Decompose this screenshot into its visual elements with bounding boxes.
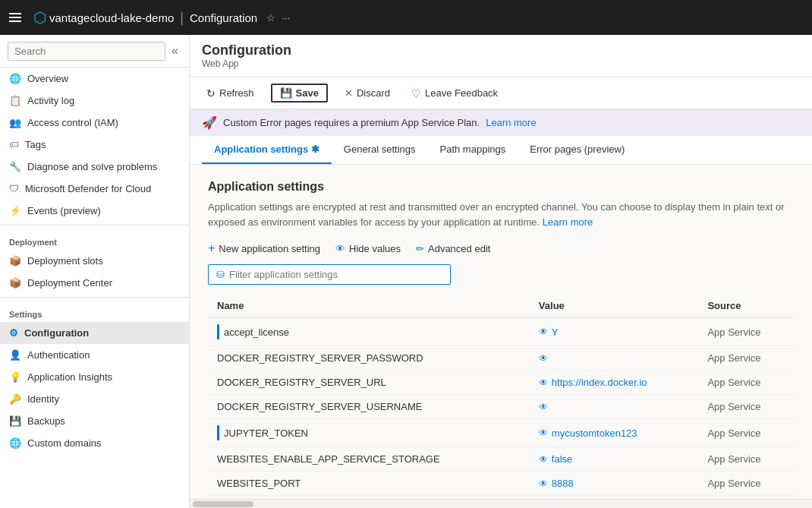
sidebar-item-tags[interactable]: 🏷 Tags	[0, 134, 189, 156]
cell-name: DOCKER_REGISTRY_SERVER_USERNAME	[208, 395, 530, 419]
tab-application-settings[interactable]: Application settings ✱	[202, 136, 332, 164]
sidebar-item-backups[interactable]: 💾 Backups	[0, 410, 189, 432]
source-text: App Service	[707, 377, 760, 388]
search-input[interactable]	[8, 42, 165, 61]
deployment-center-icon: 📦	[9, 277, 21, 289]
star-icon[interactable]: ☆	[266, 12, 275, 24]
sidebar-item-diagnose[interactable]: 🔧 Diagnose and solve problems	[0, 156, 189, 178]
col-header-value: Value	[530, 294, 699, 318]
cell-name: WEBSITES_PORT	[208, 472, 530, 496]
tab-path-mappings[interactable]: Path mappings	[428, 136, 518, 164]
cell-source: App Service	[698, 447, 794, 472]
banner-icon: 🚀	[202, 115, 217, 130]
filter-icon: ⛁	[216, 269, 225, 280]
col-header-source: Source	[698, 294, 794, 318]
custom-domains-icon: 🌐	[9, 437, 21, 449]
content-area: Application settings Application setting…	[190, 165, 812, 499]
advanced-edit-button[interactable]: ✏ Advanced edit	[416, 243, 490, 254]
save-button[interactable]: 💾 Save	[271, 84, 328, 103]
page-title: Configuration	[202, 43, 800, 58]
new-application-setting-button[interactable]: + New application setting	[208, 241, 320, 255]
overview-icon: 🌐	[9, 73, 21, 84]
table-row[interactable]: WEBSITES_PORT👁8888App Service	[208, 472, 794, 496]
configuration-icon: ⚙	[9, 327, 18, 339]
sidebar-item-label: Deployment slots	[27, 255, 103, 267]
tab-error-pages[interactable]: Error pages (preview)	[518, 136, 637, 164]
sidebar-divider	[0, 225, 189, 226]
sidebar-item-label: Access control (IAM)	[27, 117, 118, 128]
cell-source: App Service	[698, 472, 794, 496]
cell-source: App Service	[698, 318, 794, 346]
sidebar-item-authentication[interactable]: 👤 Authentication	[0, 344, 189, 366]
sidebar-item-deployment-center[interactable]: 📦 Deployment Center	[0, 272, 189, 294]
table-row[interactable]: DOCKER_REGISTRY_SERVER_USERNAME👁App Serv…	[208, 395, 794, 419]
row-indicator	[217, 425, 219, 440]
sidebar-scroll: 🌐 Overview 📋 Activity log 👥 Access contr…	[0, 68, 189, 508]
sidebar-item-access-control[interactable]: 👥 Access control (IAM)	[0, 112, 189, 134]
table-row[interactable]: DOCKER_REGISTRY_SERVER_URL👁https://index…	[208, 371, 794, 395]
sidebar-item-label: Tags	[25, 139, 46, 150]
settings-table: Name Value Source accept_license👁YApp Se…	[208, 294, 794, 496]
leave-feedback-button[interactable]: ♡ Leave Feedback	[407, 84, 502, 103]
sidebar-search-area: «	[0, 35, 189, 68]
setting-name: DOCKER_REGISTRY_SERVER_URL	[217, 377, 386, 388]
resource-name: vantagecloud-lake-demo	[49, 11, 174, 24]
table-row[interactable]: JUPYTER_TOKEN👁mycustomtoken123App Servic…	[208, 419, 794, 447]
horizontal-scrollbar[interactable]	[190, 499, 812, 508]
save-label: Save	[296, 87, 319, 99]
section-description: Application settings are encrypted at re…	[208, 200, 794, 229]
hamburger-menu[interactable]	[9, 13, 21, 22]
defender-icon: 🛡	[9, 183, 19, 194]
sidebar-item-application-insights[interactable]: 💡 Application Insights	[0, 366, 189, 388]
table-row[interactable]: accept_license👁YApp Service	[208, 318, 794, 346]
tab-general-settings[interactable]: General settings	[332, 136, 428, 164]
sidebar-item-overview[interactable]: 🌐 Overview	[0, 68, 189, 90]
value-eye-icon: 👁	[539, 353, 548, 364]
application-insights-icon: 💡	[9, 371, 21, 383]
value-text: 8888	[552, 478, 574, 489]
cell-value: 👁	[530, 346, 699, 371]
discard-label: Discard	[357, 87, 390, 99]
access-control-icon: 👥	[9, 117, 21, 128]
cell-source: App Service	[698, 395, 794, 419]
sidebar-item-label: Authentication	[27, 349, 90, 361]
value-eye-icon: 👁	[539, 377, 548, 388]
table-row[interactable]: DOCKER_REGISTRY_SERVER_PASSWORD👁App Serv…	[208, 346, 794, 371]
feedback-icon: ♡	[411, 87, 421, 99]
value-eye-icon: 👁	[539, 428, 548, 438]
sidebar-item-defender[interactable]: 🛡 Microsoft Defender for Cloud	[0, 178, 189, 200]
cell-value: 👁mycustomtoken123	[530, 419, 699, 447]
table-row[interactable]: WEBSITES_ENABLE_APP_SERVICE_STORAGE👁fals…	[208, 447, 794, 472]
sidebar-item-custom-domains[interactable]: 🌐 Custom domains	[0, 432, 189, 454]
sidebar-divider-2	[0, 297, 189, 298]
sidebar-item-configuration[interactable]: ⚙ Configuration	[0, 322, 189, 344]
sidebar-item-deployment-slots[interactable]: 📦 Deployment slots	[0, 250, 189, 272]
sidebar-item-events[interactable]: ⚡ Events (preview)	[0, 200, 189, 222]
value-link[interactable]: https://index.docker.io	[552, 377, 647, 388]
cell-name: DOCKER_REGISTRY_SERVER_URL	[208, 371, 530, 395]
section-learn-more-link[interactable]: Learn more	[543, 216, 593, 228]
value-eye-icon: 👁	[539, 478, 548, 489]
filter-input[interactable]	[229, 269, 442, 280]
diagnose-icon: 🔧	[9, 161, 21, 172]
azure-logo-icon: ⬡	[33, 8, 46, 27]
more-icon[interactable]: ···	[282, 12, 290, 24]
page-title: Configuration	[190, 11, 257, 24]
activity-log-icon: 📋	[9, 95, 21, 106]
source-text: App Service	[707, 327, 760, 338]
sidebar-item-identity[interactable]: 🔑 Identity	[0, 388, 189, 410]
sidebar-collapse-button[interactable]: «	[168, 41, 181, 61]
refresh-button[interactable]: ↻ Refresh	[202, 84, 259, 103]
new-setting-label: New application setting	[219, 243, 320, 254]
plus-icon: +	[208, 241, 215, 255]
banner-text: Custom Error pages requires a premium Ap…	[223, 117, 480, 128]
cell-value: 👁https://index.docker.io	[530, 371, 699, 395]
cell-name: accept_license	[208, 318, 530, 346]
source-text: App Service	[707, 428, 760, 439]
scroll-thumb[interactable]	[193, 501, 253, 507]
discard-icon: ✕	[345, 87, 353, 99]
sidebar-item-activity-log[interactable]: 📋 Activity log	[0, 90, 189, 112]
banner-learn-more-link[interactable]: Learn more	[486, 117, 536, 128]
hide-values-button[interactable]: 👁 Hide values	[335, 243, 401, 254]
discard-button[interactable]: ✕ Discard	[340, 84, 395, 102]
